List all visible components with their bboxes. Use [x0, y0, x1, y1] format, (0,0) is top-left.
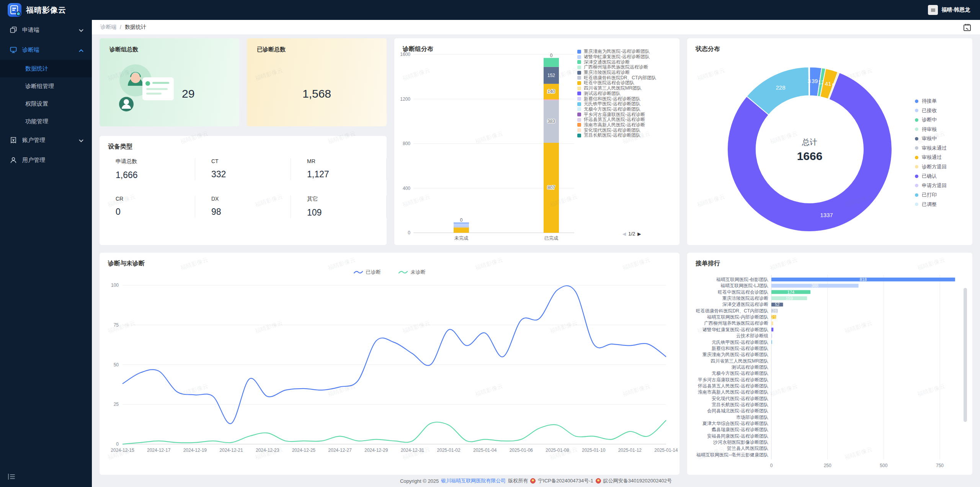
device-stat-label: 申请总数 [116, 158, 195, 165]
app-logo-icon [8, 3, 21, 17]
rank-label: 旺苍中医院远程会诊团队 [718, 289, 768, 295]
rank-label: 诸暨华虹康复医院-远程诊断团队 [702, 327, 768, 332]
status-legend-item-审核未通过[interactable]: 审核未通过 [915, 144, 947, 153]
status-legend-dot [915, 118, 918, 122]
status-legend-item-诊断方退回[interactable]: 诊断方退回 [915, 162, 947, 172]
svg-text:388: 388 [812, 283, 818, 288]
svg-text:0: 0 [460, 217, 463, 223]
rank-label: 沙河永朝医院影像诊断团队 [713, 440, 768, 445]
legend-prev-icon[interactable]: ◀ [622, 231, 626, 237]
legend-item-diagnosed[interactable]: 已诊断 [354, 269, 381, 276]
status-legend-item-已接收[interactable]: 已接收 [915, 106, 947, 116]
status-legend-dot [915, 156, 918, 159]
svg-text:140: 140 [547, 89, 555, 94]
rank-label: 福晴互联网医院--亳州云影健康团队 [696, 452, 768, 458]
svg-text:已完成: 已完成 [544, 235, 558, 241]
breadcrumb-current: 数据统计 [125, 24, 146, 31]
rank-label: 广西柳州瑞养民族医院远程诊断 [704, 320, 768, 326]
legend-item-undiagnosed[interactable]: 未诊断 [399, 269, 426, 276]
legend-swatch [577, 76, 581, 80]
svg-text:0: 0 [770, 463, 773, 468]
status-legend-item-已打印[interactable]: 已打印 [915, 190, 947, 200]
legend-next-icon[interactable]: ▶ [637, 231, 641, 237]
rank-label: 市场部诊断团队 [736, 415, 768, 420]
svg-text:75: 75 [114, 322, 119, 328]
sidebar-item-账户管理[interactable]: 账户管理 [0, 130, 92, 150]
legend-item-宜昌长航医院-远程诊断团队[interactable]: 宜昌长航医院-远程诊断团队 [577, 133, 678, 138]
svg-text:0: 0 [408, 230, 410, 235]
svg-text:2025-01-04: 2025-01-04 [473, 448, 497, 453]
svg-text:39: 39 [812, 78, 818, 84]
status-legend-label: 已打印 [922, 191, 937, 198]
device-stat-其它: 其它109 [291, 196, 387, 218]
app-logo: 福晴影像云 [0, 3, 92, 17]
footer-company-link[interactable]: 银川福晴互联网医院有限公司 [441, 477, 506, 484]
rank-label: 安福县同康医院-远程诊断团队 [707, 433, 768, 439]
sidebar-subitem-功能管理[interactable]: 功能管理 [0, 113, 92, 130]
sidebar-item-诊断端[interactable]: 诊断端 [0, 40, 92, 60]
rank-bar[interactable] [771, 340, 772, 344]
calendar-button[interactable] [963, 23, 972, 32]
sidebar-item-用户管理[interactable]: 用户管理 [0, 150, 92, 170]
svg-text:2025-01-14: 2025-01-14 [654, 448, 678, 453]
bar-segment[interactable] [454, 227, 469, 233]
status-legend-item-审核通过[interactable]: 审核通过 [915, 153, 947, 162]
status-legend-item-已确认[interactable]: 已确认 [915, 172, 947, 181]
bar-segment[interactable] [454, 223, 469, 227]
svg-text:2025-01-02: 2025-01-02 [437, 448, 461, 453]
svg-text:2024-12-21: 2024-12-21 [219, 448, 243, 453]
device-stat-label: 其它 [307, 196, 386, 203]
bar-segment[interactable] [544, 58, 559, 67]
svg-text:383: 383 [547, 119, 555, 124]
device-stat-value: 1,127 [307, 169, 386, 180]
status-legend-item-待接单[interactable]: 待接单 [915, 96, 947, 106]
device-stat-value: 1,666 [116, 170, 195, 180]
sidebar-subitem-权限设置[interactable]: 权限设置 [0, 95, 92, 113]
status-legend-label: 已调整 [922, 201, 937, 208]
rank-label: 福晴互联网医院-创影团队 [716, 277, 768, 282]
status-legend-item-已调整[interactable]: 已调整 [915, 200, 947, 209]
svg-text:28: 28 [772, 309, 777, 313]
footer: Copyright © 2025 银川福晴互联网医院有限公司 版权所有 宁ICP… [92, 475, 980, 487]
rank-bar[interactable] [771, 321, 773, 325]
bar-segment[interactable] [454, 227, 469, 227]
diagnosis-groups-count: 29 [182, 87, 239, 100]
group-distribution-card: 诊断组分布 04008001200160000未完成08073830140015… [394, 38, 679, 245]
rank-label: 平乡河古庙康联医院-远程诊断团队 [698, 377, 768, 382]
svg-text:未完成: 未完成 [454, 235, 468, 241]
status-legend-label: 申请方退回 [922, 182, 947, 189]
status-legend-item-诊断中[interactable]: 诊断中 [915, 115, 947, 125]
legend-swatch [577, 55, 581, 59]
user-avatar[interactable] [928, 5, 938, 15]
status-legend-label: 审核通过 [922, 154, 942, 161]
sidebar-item-label: 用户管理 [22, 157, 45, 164]
rank-bar[interactable] [771, 334, 772, 338]
sidebar-item-label: 账户管理 [22, 137, 45, 144]
diagnosed-total-count: 1,568 [247, 87, 387, 100]
status-legend-dot [915, 184, 918, 187]
chevron-wrap [79, 47, 83, 53]
sidebar-subitem-诊断组管理[interactable]: 诊断组管理 [0, 77, 92, 95]
user-menu[interactable]: 福晴-韩恩龙 [928, 5, 970, 15]
sidebar-item-申请端[interactable]: 申请端 [0, 20, 92, 40]
rank-label: 四川省第三人民医院MR团队 [710, 358, 768, 364]
status-legend-label: 审核未通过 [922, 145, 947, 152]
svg-text:400: 400 [403, 186, 410, 191]
rank-bar[interactable] [771, 328, 773, 332]
user-icon [10, 157, 17, 163]
sidebar-subitem-数据统计[interactable]: 数据统计 [0, 60, 92, 77]
svg-text:500: 500 [880, 463, 887, 468]
chevron-up-icon [79, 49, 83, 52]
breadcrumb-parent[interactable]: 诊断端 [100, 24, 116, 31]
user-name: 福晴-韩恩龙 [941, 7, 970, 13]
status-legend-item-申请方退回[interactable]: 申请方退回 [915, 181, 947, 191]
svg-text:152: 152 [547, 73, 555, 78]
sidebar-collapse-button[interactable] [8, 473, 15, 482]
status-legend-item-待审核[interactable]: 待审核 [915, 125, 947, 134]
svg-text:2025-01-06: 2025-01-06 [510, 448, 533, 453]
app-title: 福晴影像云 [26, 5, 66, 15]
svg-text:2024-12-31: 2024-12-31 [401, 448, 425, 453]
rank-label: 重庆潼南为民医院-远程诊断团队 [702, 352, 768, 357]
ranking-scrollbar[interactable] [964, 288, 967, 422]
status-legend-item-审核中[interactable]: 审核中 [915, 134, 947, 144]
